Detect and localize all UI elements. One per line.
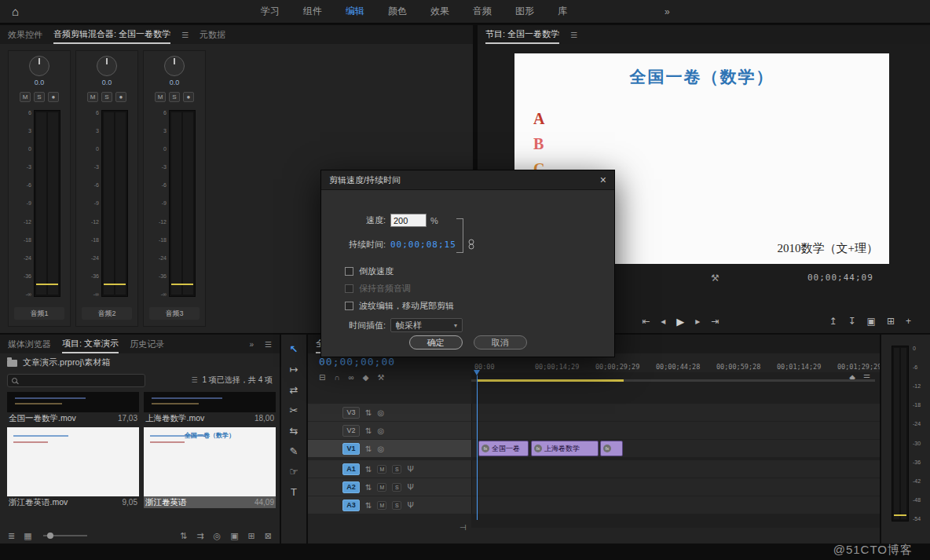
sync-lock-icon[interactable]: ⇅ — [365, 445, 372, 453]
voiceover-record-icon[interactable]: Ψ — [407, 465, 413, 474]
volume-fader[interactable]: 630-3-6-9-12-18-24-36-∞ — [18, 110, 60, 297]
tab-media-browser[interactable]: 媒体浏览器 — [8, 335, 51, 353]
nest-icon[interactable]: ⊟ — [319, 373, 325, 382]
track-target-a2[interactable]: A2 — [342, 481, 360, 493]
project-item[interactable]: 全国一卷数学.mov 17,03 — [7, 392, 139, 424]
workspace-tab-assembly[interactable]: 组件 — [303, 5, 322, 18]
tab-metadata[interactable]: 元数据 — [200, 25, 225, 44]
write-keyframes-button[interactable]: ● — [115, 92, 126, 102]
snap-icon[interactable]: ∩ — [334, 373, 339, 382]
track-lane-a3[interactable] — [471, 496, 880, 514]
workspace-tab-editing[interactable]: 编辑 — [346, 5, 364, 18]
hand-tool-icon[interactable]: ☞ — [286, 465, 302, 478]
current-timecode[interactable]: 00;00;00;00 — [319, 356, 395, 368]
workspace-tab-effects[interactable]: 效果 — [430, 5, 449, 18]
lift-icon[interactable]: ↥ — [829, 316, 837, 327]
tab-program-monitor[interactable]: 节目: 全国一卷数学 — [485, 25, 559, 44]
search-input[interactable] — [21, 376, 141, 385]
project-item[interactable]: 浙江卷英语.mov 9,05 — [7, 427, 139, 508]
time-interpolation-dropdown[interactable]: 帧采样 ▾ — [390, 318, 463, 332]
ripple-edit-tool-icon[interactable]: ⇄ — [286, 383, 302, 397]
track-lane-v1[interactable]: fx 全国一卷 fx 上海卷数学 fx — [471, 440, 880, 457]
track-select-forward-tool-icon[interactable]: ↦ — [286, 363, 302, 376]
sync-lock-icon[interactable]: ⇅ — [365, 408, 372, 417]
add-marker-icon[interactable]: ◆ — [363, 373, 369, 382]
track-visibility-icon[interactable]: ◎ — [377, 426, 384, 435]
track-mute-button[interactable]: M — [377, 501, 386, 510]
tab-effect-controls[interactable]: 效果控件 — [8, 25, 42, 44]
panel-menu-icon[interactable]: ☰ — [265, 340, 272, 349]
solo-button[interactable]: S — [34, 92, 45, 102]
work-area-bar[interactable] — [478, 379, 624, 382]
item-thumbnail[interactable] — [7, 392, 139, 412]
track-lane-v3[interactable] — [471, 404, 880, 421]
panel-menu-icon[interactable]: ☰ — [181, 31, 189, 39]
timeline-clip-3[interactable]: fx — [600, 441, 623, 456]
linked-selection-icon[interactable]: ∞ — [349, 373, 354, 382]
track-height-toggle-icon[interactable]: ⊣ — [460, 523, 467, 532]
monitor-settings-icon[interactable]: ⚒ — [711, 273, 719, 284]
pan-knob[interactable] — [29, 56, 49, 76]
panel-menu-icon[interactable]: ☰ — [570, 31, 577, 39]
close-icon[interactable]: × — [600, 174, 606, 186]
step-forward-icon[interactable]: ▸ — [695, 316, 700, 327]
track-target-a3[interactable]: A3 — [342, 500, 360, 511]
bin-path[interactable]: 文章演示.prproj\素材箱 — [23, 357, 110, 368]
item-thumbnail[interactable]: 全国一卷（数学） — [144, 427, 276, 496]
razor-tool-icon[interactable]: ✂ — [286, 404, 302, 417]
mute-button[interactable]: M — [155, 92, 166, 102]
step-back-icon[interactable]: ◂ — [661, 316, 665, 327]
pan-value[interactable]: 0.0 — [102, 79, 112, 86]
cancel-button[interactable]: 取消 — [474, 335, 527, 350]
play-icon[interactable]: ▶ — [676, 316, 684, 328]
workspace-tab-color[interactable]: 颜色 — [388, 5, 407, 18]
sync-lock-icon[interactable]: ⇅ — [365, 483, 372, 492]
ok-button[interactable]: 确定 — [409, 335, 463, 350]
write-keyframes-button[interactable]: ● — [183, 92, 194, 102]
checkbox-box[interactable] — [345, 302, 353, 310]
track-visibility-icon[interactable]: ◎ — [377, 408, 384, 417]
track-mute-button[interactable]: M — [377, 483, 386, 492]
ripple-edit-checkbox[interactable]: 波纹编辑，移动尾部剪辑 — [345, 300, 454, 312]
pan-value[interactable]: 0.0 — [170, 79, 180, 86]
timeline-ruler[interactable]: 00:0000;00;14;2900;00;29;2900;00;44;2800… — [474, 363, 880, 371]
workspace-overflow-icon[interactable]: » — [665, 6, 670, 17]
timeline-settings-icon[interactable]: ⚒ — [377, 373, 384, 382]
sort-icons-icon[interactable]: ⇅ — [180, 531, 187, 541]
item-thumbnail[interactable] — [7, 427, 139, 496]
track-target-a1[interactable]: A1 — [342, 463, 360, 475]
pan-value[interactable]: 0.0 — [35, 79, 45, 86]
project-item-selected[interactable]: 全国一卷（数学） 浙江卷英语 44,09 — [144, 427, 276, 508]
reverse-speed-checkbox[interactable]: 倒放速度 — [345, 265, 394, 277]
track-visibility-icon[interactable]: ◎ — [377, 445, 384, 453]
write-keyframes-button[interactable]: ● — [48, 92, 59, 102]
sync-lock-icon[interactable]: ⇅ — [365, 465, 372, 474]
voiceover-record-icon[interactable]: Ψ — [407, 501, 413, 510]
track-lane-a2[interactable] — [471, 478, 880, 496]
new-item-icon[interactable]: ⊞ — [248, 531, 255, 541]
thumbnail-zoom-slider[interactable] — [43, 535, 87, 536]
extract-icon[interactable]: ↧ — [848, 316, 856, 327]
volume-fader[interactable]: 630-3-6-9-12-18-24-36-∞ — [153, 110, 196, 297]
workspace-tab-libraries[interactable]: 库 — [558, 5, 567, 18]
solo-button[interactable]: S — [169, 92, 180, 102]
checkbox-box[interactable] — [345, 267, 353, 276]
button-editor-icon[interactable]: + — [906, 316, 911, 327]
track-target-v1[interactable]: V1 — [342, 443, 360, 455]
mute-button[interactable]: M — [87, 92, 98, 102]
mute-button[interactable]: M — [20, 92, 31, 102]
workspace-tab-learning[interactable]: 学习 — [261, 5, 280, 18]
comparison-view-icon[interactable]: ⊞ — [887, 316, 895, 327]
track-solo-button[interactable]: S — [392, 501, 401, 510]
workspace-tab-graphics[interactable]: 图形 — [515, 5, 534, 18]
volume-fader[interactable]: 630-3-6-9-12-18-24-36-∞ — [86, 110, 128, 297]
home-icon[interactable]: ⌂ — [12, 5, 19, 18]
tab-project[interactable]: 项目: 文章演示 — [62, 335, 119, 353]
gang-link-icon[interactable] — [467, 239, 475, 250]
tab-overflow-icon[interactable]: » — [249, 340, 254, 349]
track-solo-button[interactable]: S — [392, 483, 401, 492]
fader-level-indicator[interactable] — [104, 284, 126, 285]
timeline-clip-2[interactable]: fx 上海卷数学 — [531, 441, 599, 456]
tab-audio-clip-mixer[interactable]: 音频剪辑混合器: 全国一卷数学 — [53, 25, 170, 44]
tab-history[interactable]: 历史记录 — [130, 335, 164, 353]
